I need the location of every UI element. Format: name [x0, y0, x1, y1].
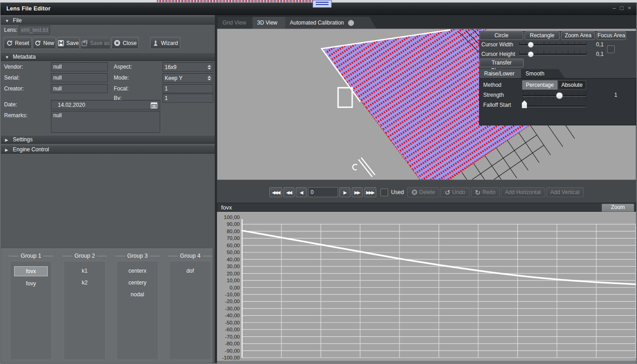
group-title: Group 4 [180, 253, 200, 259]
refresh-icon [6, 40, 13, 46]
vendor-input[interactable] [51, 62, 108, 71]
group-box-1: Group 1fovxfovy [9, 253, 53, 360]
parameter-item-fovx[interactable]: fovx [14, 266, 48, 276]
section-header-file[interactable]: ▼ File [1, 16, 215, 25]
tab-automated-calibration[interactable]: Automated Calibration [285, 17, 376, 29]
aspect-value: 16x9 [165, 64, 177, 70]
method-absolute-button[interactable]: Absolute [558, 80, 586, 90]
previous-frame-button[interactable]: ◀ [296, 187, 307, 197]
lens-label: Lens: [4, 27, 17, 33]
save-as-label: Save as [90, 40, 110, 46]
delete-button[interactable]: Delete [407, 187, 440, 197]
y-axis-tick-label: -100,00 [222, 355, 240, 360]
frame-navigation-bar: ◀◀◀ ◀◀ ◀ ▶ ▶▶ ▶▶▶ Used Delete ↺ Undo ↻ R… [217, 186, 636, 198]
cursor-width-value: 0,1 [596, 41, 604, 48]
new-label: New [43, 40, 54, 46]
mode-select[interactable]: Keep Y [162, 73, 213, 83]
cursor-link-checkbox[interactable] [607, 45, 615, 53]
frame-number-input[interactable] [308, 187, 338, 197]
close-file-button[interactable]: Close [111, 37, 139, 49]
parameter-item-dof[interactable]: dof [173, 266, 207, 275]
minimize-button[interactable]: – [612, 5, 616, 11]
add-vertical-button[interactable]: Add Vertical [546, 187, 584, 197]
first-frame-button[interactable]: ◀◀◀ [269, 187, 282, 197]
section-header-engine-control[interactable]: ▶ Engine Control [1, 145, 215, 154]
fovx-chart-svg: 100,0090,0080,0070,0060,0050,0040,0030,0… [217, 212, 636, 363]
y-axis-tick-label: -20,00 [225, 299, 240, 304]
serial-input[interactable] [51, 73, 108, 82]
parameter-item-centery[interactable]: centery [121, 278, 154, 287]
group-title: Group 3 [127, 253, 147, 259]
focus-area-button[interactable]: Focus Area [597, 31, 626, 40]
close-button[interactable]: × [627, 5, 631, 11]
aspect-select[interactable]: 16x9 [162, 62, 213, 72]
transfer-changes-button[interactable]: Transfer Changes [480, 59, 524, 67]
parameter-item-fovy[interactable]: fovy [14, 279, 48, 288]
circle-button[interactable]: Circle [480, 31, 523, 40]
selection-rectangle[interactable] [338, 88, 352, 107]
raise-lower-panel: Method PercentageAbsolute Strength 1 Fal… [479, 78, 636, 125]
spinner-icon[interactable] [207, 76, 211, 80]
window-controls: – □ × [612, 5, 631, 11]
by-input[interactable] [162, 94, 213, 103]
parameter-item-k2[interactable]: k2 [68, 278, 101, 287]
creator-input[interactable] [51, 84, 108, 93]
curve-chart[interactable]: 100,0090,0080,0070,0060,0050,0040,0030,0… [217, 212, 636, 363]
method-label: Method [483, 82, 501, 88]
next-frame-button[interactable]: ▶ [339, 187, 350, 197]
curve-zoom-button[interactable]: Zoom [602, 204, 634, 212]
group-legend: Group 3 [115, 253, 160, 259]
section-header-metadata[interactable]: ▼ Metadata [1, 52, 215, 61]
remarks-textarea[interactable]: null [51, 111, 160, 133]
group-title: Group 2 [74, 253, 95, 259]
group-legend: Group 4 [168, 253, 212, 259]
used-checkbox[interactable] [380, 189, 388, 196]
save-button[interactable]: Save [57, 37, 80, 49]
fast-forward-button[interactable]: ▶▶ [352, 187, 363, 197]
section-header-settings[interactable]: ▶ Settings [1, 135, 215, 144]
maximize-button[interactable]: □ [620, 5, 624, 11]
used-label: Used [391, 189, 404, 195]
parameter-item-k1[interactable]: k1 [68, 266, 101, 275]
window-title: Lens File Editor [6, 5, 51, 12]
collapsed-panel-handle[interactable] [313, 0, 332, 8]
method-percentage-button[interactable]: Percentage [522, 80, 557, 90]
parameter-item-centerx[interactable]: centerx [121, 266, 154, 275]
focal-input[interactable] [162, 84, 213, 93]
date-input[interactable]: 14.02.2020 [51, 100, 160, 110]
add-horizontal-button[interactable]: Add Horizontal [501, 187, 545, 197]
redo-button[interactable]: ↻ Redo [471, 187, 500, 197]
tab-smooth[interactable]: Smooth [521, 69, 565, 78]
y-axis-tick-label: 80,00 [227, 229, 240, 234]
cursor-width-slider-thumb[interactable] [528, 42, 534, 48]
group-legend: Group 2 [62, 253, 107, 259]
y-axis-tick-label: 20,00 [227, 271, 240, 276]
fast-back-button[interactable]: ◀◀ [283, 187, 294, 197]
y-axis-tick-label: -80,00 [225, 341, 240, 346]
rectangle-button[interactable]: Rectangle [525, 31, 560, 40]
y-axis-tick-label: -70,00 [225, 334, 240, 339]
undo-icon: ↺ [445, 189, 450, 196]
zoom-area-button[interactable]: Zoom Area [561, 31, 595, 40]
parameter-item-nodal[interactable]: nodal [121, 290, 154, 299]
undo-button[interactable]: ↺ Undo [440, 187, 469, 197]
add-horizontal-label: Add Horizontal [505, 189, 541, 195]
reset-button[interactable]: Reset [4, 37, 32, 49]
cursor-height-slider-thumb[interactable] [528, 51, 534, 57]
lens-file-input[interactable] [19, 25, 50, 35]
cursor-height-value: 0,1 [596, 51, 604, 57]
falloff-slider[interactable] [523, 105, 586, 107]
left-panel: ▼ File Lens: Reset New Save Save as Clos… [1, 15, 217, 363]
new-button[interactable]: New [33, 37, 56, 49]
save-as-button[interactable]: Save as [81, 37, 111, 49]
strength-slider-thumb[interactable] [556, 92, 563, 99]
last-frame-button[interactable]: ▶▶▶ [364, 187, 376, 197]
wizard-button[interactable]: Wizard [150, 37, 180, 49]
skip-to-end-icon: ▶▶▶ [366, 190, 374, 195]
spinner-icon[interactable] [207, 65, 211, 70]
falloff-slider-thumb[interactable] [522, 100, 527, 108]
y-axis-tick-label: -90,00 [225, 348, 240, 354]
group-item-list: k1k2 [64, 261, 106, 360]
calendar-icon[interactable] [151, 102, 157, 109]
y-axis-tick-label: -60,00 [225, 327, 240, 332]
